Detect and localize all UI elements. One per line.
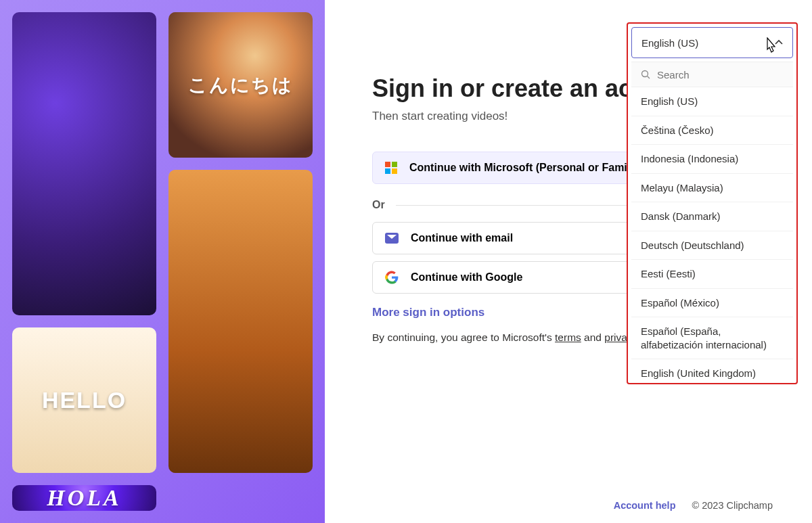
language-option[interactable]: Čeština (Česko) [631, 116, 793, 145]
microsoft-logo-icon [385, 162, 397, 174]
language-dropdown: English (US) English (US)Čeština (Česko)… [627, 22, 798, 384]
hero-tiles: こんにちは HELLO HOLA [0, 0, 325, 523]
hero-text: こんにちは [188, 72, 293, 98]
hero-tile: HOLA [12, 485, 156, 511]
language-search-input[interactable] [657, 69, 786, 81]
language-option[interactable]: English (United Kingdom) [631, 359, 793, 380]
terms-link[interactable]: terms [555, 332, 581, 343]
hero-tile [168, 170, 313, 473]
or-text: Or [372, 199, 385, 211]
hero-text: HOLA [47, 485, 121, 511]
chevron-up-icon [775, 39, 783, 47]
hero-tile [12, 12, 156, 315]
search-icon [641, 70, 650, 79]
language-option[interactable]: Deutsch (Deutschland) [631, 231, 793, 260]
hero-tile: こんにちは [168, 12, 313, 158]
svg-point-0 [642, 71, 648, 77]
google-logo-icon [385, 271, 399, 284]
language-search-row [631, 62, 793, 87]
hero-tile: HELLO [12, 327, 156, 473]
language-option[interactable]: English (US) [631, 87, 793, 116]
button-label: Continue with Google [411, 271, 522, 283]
button-label: Continue with Microsoft (Personal or Fam… [409, 162, 639, 174]
language-option[interactable]: Español (México) [631, 289, 793, 318]
language-option[interactable]: Dansk (Danmark) [631, 202, 793, 231]
hero-text: HELLO [42, 387, 127, 413]
copyright-text: © 2023 Clipchamp [692, 500, 773, 511]
footer: Account help © 2023 Clipchamp [614, 500, 773, 511]
language-option[interactable]: Español (España, alfabetización internac… [631, 317, 793, 359]
language-option-list[interactable]: English (US)Čeština (Česko)Indonesia (In… [631, 87, 793, 380]
account-help-link[interactable]: Account help [614, 500, 676, 511]
mail-icon [385, 233, 399, 244]
language-option[interactable]: Indonesia (Indonesia) [631, 145, 793, 174]
language-select-toggle[interactable]: English (US) [631, 27, 793, 58]
selected-language-label: English (US) [641, 37, 698, 49]
button-label: Continue with email [411, 232, 513, 244]
svg-line-1 [648, 76, 650, 79]
language-option[interactable]: Eesti (Eesti) [631, 260, 793, 289]
language-option[interactable]: Melayu (Malaysia) [631, 174, 793, 203]
